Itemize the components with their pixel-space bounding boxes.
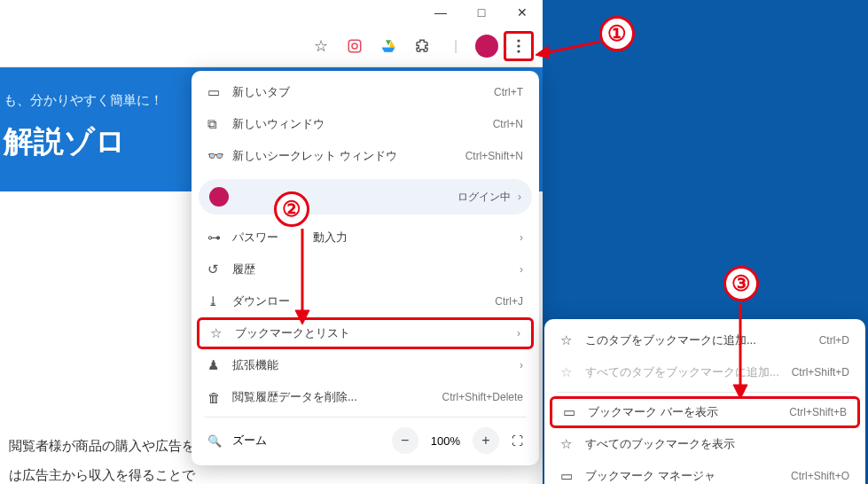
chevron-right-icon: › xyxy=(517,327,520,340)
drive-icon[interactable] xyxy=(374,32,403,60)
menu-label: 履歴 xyxy=(232,262,512,277)
menu-passwords[interactable]: ⊶ パスワードと自動入力 › xyxy=(197,222,534,254)
bookmark-star-icon[interactable]: ☆ xyxy=(307,32,335,60)
submenu-show-bar[interactable]: ▭ ブックマーク バーを表示 Ctrl+Shift+B xyxy=(550,396,860,428)
menu-incognito[interactable]: 👓 新しいシークレット ウィンドウ Ctrl+Shift+N xyxy=(197,140,534,172)
more-vertical-icon xyxy=(517,39,520,53)
menu-profile[interactable]: ログイン中 › xyxy=(199,179,532,215)
extensions-icon[interactable] xyxy=(408,32,436,60)
lens-icon[interactable] xyxy=(340,32,369,60)
chevron-right-icon: › xyxy=(520,359,523,371)
menu-label: このタブをブックマークに追加... xyxy=(585,332,819,348)
svg-point-4 xyxy=(517,50,520,52)
callout-1: ① xyxy=(599,16,635,51)
menu-label: 新しいウィンドウ xyxy=(232,116,493,132)
download-icon: ⤓ xyxy=(207,293,232,309)
menu-label: 新しいシークレット ウィンドウ xyxy=(232,148,465,164)
menu-history[interactable]: ↺ 履歴 › xyxy=(197,254,534,285)
fullscreen-button[interactable]: ⛶ xyxy=(512,434,523,448)
svg-line-5 xyxy=(544,42,600,53)
zoom-in-button[interactable]: + xyxy=(473,427,499,454)
tab-icon: ▭ xyxy=(207,84,232,100)
divider: | xyxy=(442,32,470,60)
minimize-button[interactable]: — xyxy=(420,0,461,25)
menu-clear-data[interactable]: 🗑 閲覧履歴データを削除... Ctrl+Shift+Delete xyxy=(197,381,534,413)
shortcut: Ctrl+Shift+B xyxy=(789,406,847,418)
shortcut: Ctrl+D xyxy=(819,334,849,347)
svg-point-3 xyxy=(517,44,520,47)
puzzle-icon: ♟ xyxy=(207,357,232,373)
zoom-icon: 🔍 xyxy=(207,434,232,448)
bar-icon: ▭ xyxy=(563,404,588,420)
menu-label: すべてのタブをブックマークに追加... xyxy=(585,364,792,380)
shortcut: Ctrl+Shift+N xyxy=(465,150,523,162)
menu-label: ブックマーク バーを表示 xyxy=(588,404,789,420)
svg-marker-8 xyxy=(295,310,309,324)
submenu-bookmark-tab[interactable]: ☆ このタブをブックマークに追加... Ctrl+D xyxy=(550,324,860,356)
chevron-right-icon: › xyxy=(520,263,523,276)
svg-point-1 xyxy=(352,43,357,49)
menu-label: ブックマーク マネージャ xyxy=(585,468,791,484)
toolbar: ☆ | xyxy=(0,25,543,67)
menu-downloads[interactable]: ⤓ ダウンロー Ctrl+J xyxy=(197,285,534,317)
incognito-icon: 👓 xyxy=(207,148,232,164)
shortcut: Ctrl+Shift+O xyxy=(791,470,849,482)
callout-3: ③ xyxy=(723,266,759,301)
menu-zoom: 🔍 ズーム − 100% + ⛶ xyxy=(197,421,534,460)
history-icon: ↺ xyxy=(207,262,232,277)
more-menu-button[interactable] xyxy=(504,31,534,61)
svg-marker-6 xyxy=(536,46,550,59)
stars-icon: ☆ xyxy=(560,364,585,380)
separator xyxy=(204,417,527,418)
zoom-value: 100% xyxy=(431,434,460,448)
star-icon: ☆ xyxy=(560,436,585,452)
manager-icon: ▭ xyxy=(560,468,585,484)
svg-rect-0 xyxy=(348,40,361,52)
menu-new-window[interactable]: ⧉ 新しいウィンドウ Ctrl+N xyxy=(197,108,534,140)
window-icon: ⧉ xyxy=(207,116,232,132)
shortcut: Ctrl+Shift+Delete xyxy=(442,391,523,403)
trash-icon: 🗑 xyxy=(207,390,232,405)
star-icon: ☆ xyxy=(560,332,585,348)
menu-label: 拡張機能 xyxy=(232,357,512,373)
separator xyxy=(557,392,853,393)
bookmarks-submenu: ☆ このタブをブックマークに追加... Ctrl+D ☆ すべてのタブをブックマ… xyxy=(544,319,865,484)
arrow-2 xyxy=(289,229,316,326)
shortcut: Ctrl+J xyxy=(495,295,523,308)
arrow-1 xyxy=(534,37,605,64)
submenu-show-all[interactable]: ☆ すべてのブックマークを表示 xyxy=(550,428,860,460)
menu-label: ブックマークとリスト xyxy=(235,325,510,341)
chrome-main-menu: ▭ 新しいタブ Ctrl+T ⧉ 新しいウィンドウ Ctrl+N 👓 新しいシー… xyxy=(192,71,539,465)
titlebar: — □ ✕ xyxy=(0,0,543,25)
svg-marker-10 xyxy=(733,385,747,399)
menu-label: ダウンロー xyxy=(232,293,495,309)
zoom-out-button[interactable]: − xyxy=(392,427,418,454)
key-icon: ⊶ xyxy=(207,230,232,246)
shortcut: Ctrl+Shift+D xyxy=(792,366,849,379)
shortcut: Ctrl+T xyxy=(494,86,523,98)
menu-new-tab[interactable]: ▭ 新しいタブ Ctrl+T xyxy=(197,76,534,108)
shortcut: Ctrl+N xyxy=(493,118,523,130)
profile-avatar[interactable] xyxy=(475,35,498,58)
arrow-3 xyxy=(727,303,754,401)
menu-label: すべてのブックマークを表示 xyxy=(585,436,849,452)
menu-label: 新しいタブ xyxy=(232,84,494,100)
chevron-right-icon: › xyxy=(520,231,523,244)
submenu-manager[interactable]: ▭ ブックマーク マネージャ Ctrl+Shift+O xyxy=(550,460,860,484)
svg-point-2 xyxy=(517,39,520,42)
submenu-bookmark-all: ☆ すべてのタブをブックマークに追加... Ctrl+Shift+D xyxy=(550,356,860,388)
menu-bookmarks[interactable]: ☆ ブックマークとリスト › xyxy=(197,317,534,349)
chevron-right-icon: › xyxy=(518,191,521,203)
callout-2: ② xyxy=(274,191,309,227)
menu-extensions[interactable]: ♟ 拡張機能 › xyxy=(197,349,534,381)
maximize-button[interactable]: □ xyxy=(461,0,502,25)
profile-status: ログイン中 xyxy=(457,190,511,205)
star-icon: ☆ xyxy=(210,325,235,341)
profile-avatar-small xyxy=(209,187,229,207)
menu-label: 閲覧履歴データを削除... xyxy=(232,389,442,405)
menu-label: ズーム xyxy=(232,433,388,449)
menu-label: パスワードと自動入力 xyxy=(232,230,512,246)
close-button[interactable]: ✕ xyxy=(502,0,543,25)
